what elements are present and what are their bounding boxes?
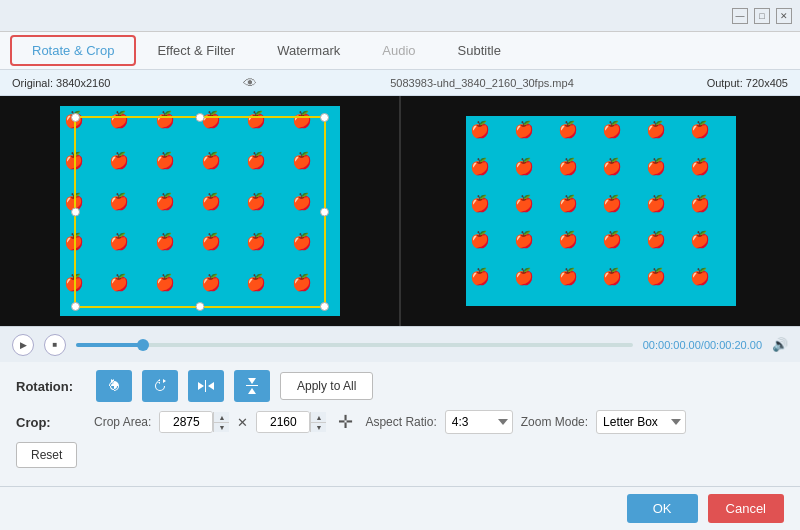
eye-icon[interactable]: 👁 <box>243 75 257 91</box>
width-spin-up[interactable]: ▲ <box>213 412 229 422</box>
svg-marker-1 <box>198 382 204 390</box>
height-spin-up[interactable]: ▲ <box>310 412 326 422</box>
title-bar-controls[interactable]: — □ ✕ <box>732 8 792 24</box>
video-area: 🍎🍎🍎🍎🍎🍎 🍎🍎🍎🍎🍎🍎 🍎🍎🍎🍎🍎🍎 🍎🍎🍎🍎🍎🍎 🍎🍎🍎🍎🍎🍎 <box>0 96 800 326</box>
left-canvas: 🍎🍎🍎🍎🍎🍎 🍎🍎🍎🍎🍎🍎 🍎🍎🍎🍎🍎🍎 🍎🍎🍎🍎🍎🍎 🍎🍎🍎🍎🍎🍎 <box>0 96 399 326</box>
minimize-button[interactable]: — <box>732 8 748 24</box>
svg-marker-5 <box>248 388 256 394</box>
crop-area-label: Crop Area: <box>94 415 151 429</box>
time-display: 00:00:00.00/00:00:20.00 <box>643 339 762 351</box>
rotate-right-button[interactable] <box>142 370 178 402</box>
height-spin-down[interactable]: ▼ <box>310 422 326 432</box>
maximize-button[interactable]: □ <box>754 8 770 24</box>
tab-effect-filter[interactable]: Effect & Filter <box>136 36 256 65</box>
rotate-left-button[interactable] <box>96 370 132 402</box>
rotation-label: Rotation: <box>16 379 86 394</box>
cancel-button[interactable]: Cancel <box>708 494 784 523</box>
right-apple-grid: 🍎🍎🍎🍎🍎🍎 🍎🍎🍎🍎🍎🍎 🍎🍎🍎🍎🍎🍎 🍎🍎🍎🍎🍎🍎 🍎🍎🍎🍎🍎🍎 <box>466 116 736 306</box>
output-resolution: Output: 720x405 <box>707 77 788 89</box>
svg-marker-4 <box>248 378 256 384</box>
crop-width-input[interactable] <box>160 412 212 432</box>
scrubber-bar: ▶ ■ 00:00:00.00/00:00:20.00 🔊 <box>0 326 800 362</box>
height-input-wrap[interactable] <box>256 411 310 433</box>
play-button[interactable]: ▶ <box>12 334 34 356</box>
volume-icon[interactable]: 🔊 <box>772 337 788 352</box>
width-input-wrap[interactable] <box>159 411 213 433</box>
aspect-ratio-label: Aspect Ratio: <box>365 415 436 429</box>
height-input-group: ▲ ▼ <box>256 411 326 433</box>
left-apple-grid: 🍎🍎🍎🍎🍎🍎 🍎🍎🍎🍎🍎🍎 🍎🍎🍎🍎🍎🍎 🍎🍎🍎🍎🍎🍎 🍎🍎🍎🍎🍎🍎 <box>60 106 340 316</box>
width-spinners: ▲ ▼ <box>213 412 229 432</box>
zoom-mode-label: Zoom Mode: <box>521 415 588 429</box>
reset-button[interactable]: Reset <box>16 442 77 468</box>
original-resolution: Original: 3840x2160 <box>12 77 110 89</box>
tab-bar: Rotate & Crop Effect & Filter Watermark … <box>0 32 800 70</box>
flip-vertical-button[interactable] <box>234 370 270 402</box>
close-button[interactable]: ✕ <box>776 8 792 24</box>
crop-height-input[interactable] <box>257 412 309 432</box>
right-canvas: 🍎🍎🍎🍎🍎🍎 🍎🍎🍎🍎🍎🍎 🍎🍎🍎🍎🍎🍎 🍎🍎🍎🍎🍎🍎 🍎🍎🍎🍎🍎🍎 <box>401 96 800 326</box>
filename: 5083983-uhd_3840_2160_30fps.mp4 <box>390 77 574 89</box>
rotation-row: Rotation: Apply to All <box>16 370 784 402</box>
dimension-separator: ✕ <box>237 415 248 430</box>
tab-subtitle[interactable]: Subtitle <box>437 36 522 65</box>
bottom-bar: OK Cancel <box>0 486 800 530</box>
height-spinners: ▲ ▼ <box>310 412 326 432</box>
stop-button[interactable]: ■ <box>44 334 66 356</box>
width-input-group: ▲ ▼ <box>159 411 229 433</box>
scrubber-track[interactable] <box>76 343 633 347</box>
scrubber-fill <box>76 343 143 347</box>
svg-marker-2 <box>208 382 214 390</box>
reset-row: Reset <box>16 442 784 468</box>
left-video-panel: 🍎🍎🍎🍎🍎🍎 🍎🍎🍎🍎🍎🍎 🍎🍎🍎🍎🍎🍎 🍎🍎🍎🍎🍎🍎 🍎🍎🍎🍎🍎🍎 <box>0 96 399 326</box>
svg-rect-0 <box>205 380 206 392</box>
tab-audio[interactable]: Audio <box>361 36 436 65</box>
ok-button[interactable]: OK <box>627 494 698 523</box>
right-video-panel: 🍎🍎🍎🍎🍎🍎 🍎🍎🍎🍎🍎🍎 🍎🍎🍎🍎🍎🍎 🍎🍎🍎🍎🍎🍎 🍎🍎🍎🍎🍎🍎 <box>399 96 800 326</box>
flip-horizontal-button[interactable] <box>188 370 224 402</box>
zoom-mode-select[interactable]: Letter Box Pan & Scan Full <box>596 410 686 434</box>
aspect-ratio-select[interactable]: 4:3 16:9 1:1 Custom <box>445 410 513 434</box>
tab-watermark[interactable]: Watermark <box>256 36 361 65</box>
move-icon: ✛ <box>338 411 353 433</box>
tab-rotate-crop[interactable]: Rotate & Crop <box>10 35 136 66</box>
crop-row: Crop: Crop Area: ▲ ▼ ✕ ▲ ▼ ✛ Aspect Rati… <box>16 410 784 434</box>
controls-area: Rotation: Apply to All Crop: Crop Area: … <box>0 362 800 476</box>
scrubber-thumb[interactable] <box>137 339 149 351</box>
svg-rect-3 <box>246 385 258 386</box>
apply-to-all-button[interactable]: Apply to All <box>280 372 373 400</box>
crop-label: Crop: <box>16 415 86 430</box>
width-spin-down[interactable]: ▼ <box>213 422 229 432</box>
title-bar: — □ ✕ <box>0 0 800 32</box>
info-bar: Original: 3840x2160 👁 5083983-uhd_3840_2… <box>0 70 800 96</box>
